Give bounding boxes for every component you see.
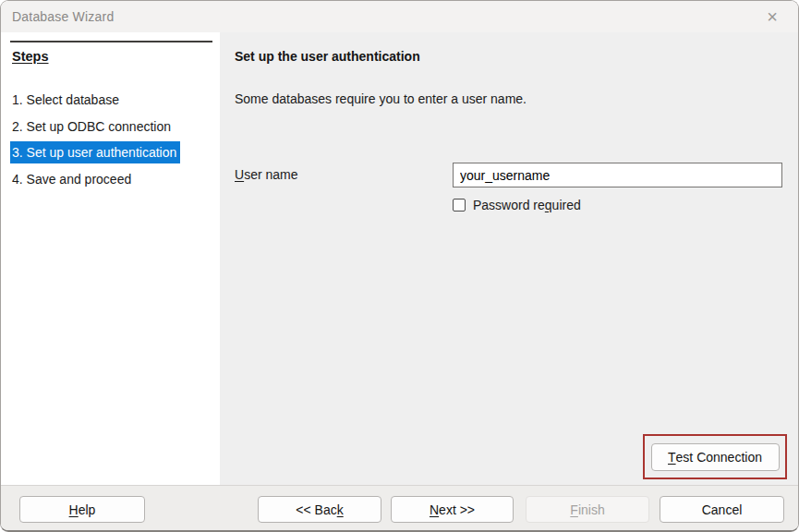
test-connection-button[interactable]: Test Connection bbox=[651, 443, 780, 471]
window-title: Database Wizard bbox=[12, 9, 114, 24]
finish-button: Finish bbox=[526, 496, 649, 523]
page-title: Set up the user authentication bbox=[235, 49, 420, 64]
step-item-select-database[interactable]: 1. Select database bbox=[10, 89, 123, 111]
titlebar: Database Wizard × bbox=[1, 1, 798, 32]
cancel-button[interactable]: Cancel bbox=[660, 496, 784, 523]
password-required-label[interactable]: Password required bbox=[473, 198, 581, 212]
content-panel: Set up the user authentication Some data… bbox=[220, 32, 798, 485]
step-item-user-authentication[interactable]: 3. Set up user authentication bbox=[10, 141, 180, 163]
username-input[interactable] bbox=[453, 163, 782, 187]
password-required-row: Password required bbox=[453, 198, 581, 212]
database-wizard-dialog: Database Wizard × Steps 1. Select databa… bbox=[0, 0, 799, 532]
close-button[interactable]: × bbox=[752, 1, 793, 31]
button-bar: Help << Back Next >> Finish Cancel bbox=[1, 485, 798, 530]
red-annotation-rectangle: Test Connection bbox=[643, 434, 787, 479]
steps-heading: Steps bbox=[12, 49, 49, 64]
close-icon: × bbox=[767, 7, 778, 26]
steps-panel: Steps 1. Select database 2. Set up ODBC … bbox=[1, 32, 220, 485]
password-required-checkbox[interactable] bbox=[453, 199, 466, 212]
step-item-save-proceed[interactable]: 4. Save and proceed bbox=[10, 168, 135, 190]
page-description: Some databases require you to enter a us… bbox=[235, 91, 527, 106]
next-button[interactable]: Next >> bbox=[391, 496, 514, 523]
help-button[interactable]: Help bbox=[19, 496, 145, 523]
back-button[interactable]: << Back bbox=[258, 496, 381, 523]
username-label: User name bbox=[235, 167, 297, 182]
dialog-body: Steps 1. Select database 2. Set up ODBC … bbox=[1, 32, 798, 485]
step-item-odbc-connection[interactable]: 2. Set up ODBC connection bbox=[10, 115, 175, 138]
steps-divider bbox=[10, 41, 212, 42]
